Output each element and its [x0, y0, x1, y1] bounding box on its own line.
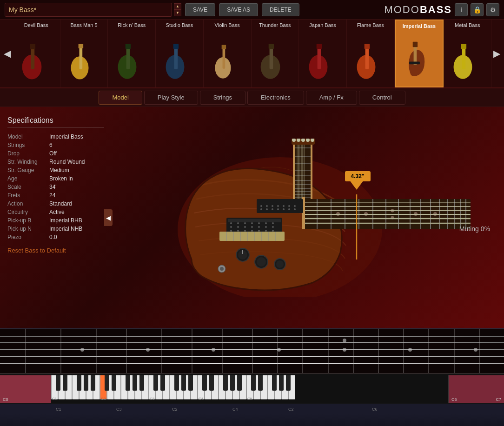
black-key[interactable]	[139, 375, 144, 391]
tab-electronics[interactable]: Electronics	[247, 91, 304, 105]
preset-down-btn[interactable]: ▼	[174, 10, 181, 16]
gallery-next-btn[interactable]: ▶	[491, 48, 502, 59]
fret-line	[96, 329, 97, 373]
spec-value: 24	[49, 192, 55, 199]
gallery-item-rick-bass[interactable]: Rick n' Bass	[108, 20, 156, 87]
black-key[interactable]	[84, 375, 88, 391]
preset-arrows: ▲ ▼	[174, 3, 181, 16]
tab-strings[interactable]: Strings	[200, 91, 245, 105]
svg-point-105	[251, 230, 253, 232]
black-key[interactable]	[188, 375, 193, 391]
gallery-item-imperial-bass[interactable]: Imperial Bass	[395, 20, 444, 87]
bass-thumbnail	[64, 39, 104, 86]
spec-label: Frets	[7, 192, 49, 199]
spec-value: Off	[49, 150, 57, 157]
tab-play-style[interactable]: Play Style	[144, 91, 198, 105]
gallery-item-studio-bass[interactable]: Studio Bass	[156, 20, 204, 87]
svg-point-104	[244, 230, 246, 232]
gallery-item-devil-bass[interactable]: Devil Bass	[13, 20, 60, 87]
tab-control[interactable]: Control	[359, 91, 405, 105]
black-key[interactable]	[279, 375, 284, 391]
tab-amp-fx[interactable]: Amp / Fx	[306, 91, 357, 105]
spec-row: CircuitryActive	[7, 209, 104, 215]
black-key[interactable]	[181, 375, 186, 391]
bass-thumb-svg	[400, 40, 438, 84]
black-key[interactable]	[91, 375, 95, 391]
fret-line	[126, 329, 127, 373]
spec-row: Frets24	[7, 192, 104, 199]
delete-button[interactable]: DELETE	[262, 3, 299, 16]
spec-value: Medium	[49, 167, 69, 173]
lock-button[interactable]: 🔒	[471, 3, 484, 16]
piano-section-high: C6 C7	[448, 375, 504, 403]
black-key[interactable]	[223, 375, 228, 391]
black-key[interactable]	[230, 375, 235, 391]
black-key[interactable]	[63, 375, 67, 391]
gallery-item-label: Imperial Bass	[403, 23, 436, 29]
top-bar: My Bass* ▲ ▼ SAVE SAVE AS DELETE MODOBAS…	[0, 0, 504, 20]
black-key[interactable]	[209, 375, 214, 391]
piano-keys[interactable]: C1C2C3C4C5	[51, 375, 448, 402]
gallery-item-thunder-bass[interactable]: Thunder Bass	[252, 20, 299, 87]
gallery-prev-btn[interactable]: ◀	[2, 48, 13, 59]
gallery-item-japan-bass[interactable]: Japan Bass	[299, 20, 347, 87]
save-as-button[interactable]: SAVE AS	[219, 3, 258, 16]
gallery-item-violin-bass[interactable]: Violin Bass	[204, 20, 252, 87]
black-key[interactable]	[160, 375, 165, 391]
svg-point-110	[260, 205, 262, 207]
fret-line	[161, 329, 162, 373]
gallery-item-metal-bass[interactable]: Metal Bass	[444, 20, 491, 87]
black-key[interactable]	[237, 375, 242, 391]
black-key[interactable]	[77, 375, 81, 391]
save-button[interactable]: SAVE	[185, 3, 215, 16]
fret-line	[302, 329, 303, 373]
black-key[interactable]	[202, 375, 207, 391]
gallery-item-bass-man-5[interactable]: Bass Man 5	[60, 20, 108, 87]
gallery-item-flame-bass[interactable]: Flame Bass	[347, 20, 395, 87]
black-key[interactable]	[133, 375, 137, 391]
svg-point-95	[230, 226, 232, 228]
black-key[interactable]	[258, 375, 263, 391]
spec-label: Pick-up N	[7, 226, 49, 232]
bass-thumbnail	[16, 39, 56, 86]
black-key[interactable]	[272, 375, 277, 391]
svg-rect-25	[413, 41, 418, 47]
black-key[interactable]	[153, 375, 158, 391]
fret-line	[60, 329, 61, 373]
bass-main-image: 4.32"	[145, 139, 471, 297]
bass-thumb-svg	[18, 40, 55, 85]
timeline-label-c2: C2	[172, 407, 178, 412]
preset-up-btn[interactable]: ▲	[174, 3, 181, 10]
fret-dot	[146, 348, 150, 352]
preset-selector[interactable]: My Bass*	[5, 3, 172, 17]
black-key[interactable]	[105, 375, 109, 391]
settings-button[interactable]: ⚙	[486, 3, 499, 16]
svg-point-112	[272, 205, 273, 207]
spec-row: ActionStandard	[7, 200, 104, 207]
info-button[interactable]: i	[455, 3, 468, 16]
fret-line	[454, 329, 455, 373]
black-key[interactable]	[251, 375, 256, 391]
tab-model[interactable]: Model	[99, 91, 142, 105]
app-logo: MODOBASS	[384, 4, 452, 16]
piano-roll-section: C0 C1C2C3C4C5 C6 C7 C1 C3 C2 C4 C2 C6	[0, 328, 504, 426]
spec-label: Str. Winding	[7, 159, 49, 165]
svg-rect-14	[221, 45, 226, 49]
spec-row: Pick-up NImperial NHB	[7, 226, 104, 232]
spec-label: Piezo	[7, 234, 49, 240]
timeline-label-c3: C3	[116, 407, 122, 412]
timeline-label-c6: C6	[372, 407, 378, 412]
black-key[interactable]	[126, 375, 130, 391]
black-key[interactable]	[56, 375, 60, 391]
black-key[interactable]	[174, 375, 179, 391]
bass-thumbnail	[159, 39, 199, 86]
logo-bass: BASS	[420, 4, 452, 15]
black-key[interactable]	[286, 375, 291, 391]
black-key[interactable]	[112, 375, 116, 391]
spec-value: Standard	[49, 200, 72, 207]
svg-point-99	[258, 226, 260, 228]
reset-link[interactable]: Reset Bass to Default	[7, 247, 104, 254]
svg-rect-26	[410, 61, 420, 64]
collapse-panel-btn[interactable]: ◀	[104, 209, 113, 226]
svg-point-93	[265, 222, 267, 224]
